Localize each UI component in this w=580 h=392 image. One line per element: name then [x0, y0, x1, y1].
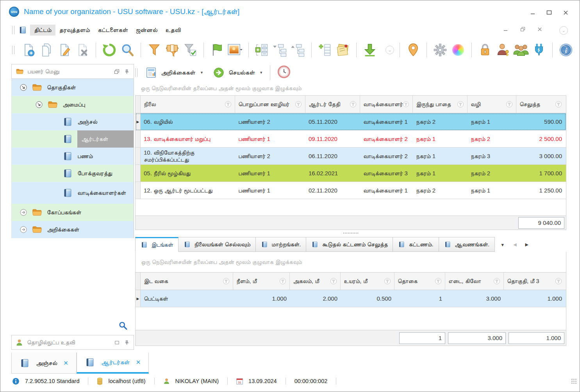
column-header-volume[interactable]: தொகுதி, மீ 3	[504, 273, 565, 290]
mdi-close-button[interactable]	[537, 26, 542, 34]
filter-funnel-icon[interactable]	[384, 278, 391, 285]
order-row[interactable]: 12. ஒரு ஆர்டர் மூடப்பட்டது பணியாளர் 1 02…	[136, 182, 566, 199]
tab-documents[interactable]: ஆவணங்கள்.	[439, 237, 495, 252]
plugin-icon[interactable]	[531, 42, 547, 58]
tree-item-reports[interactable]: அறிக்கைகள்	[12, 221, 134, 238]
refresh-icon[interactable]	[102, 42, 117, 58]
menu-item-program[interactable]: திட்டம்	[30, 25, 55, 36]
column-header-customer[interactable]: வாடிக்கையாளர்	[360, 96, 413, 113]
tab-changes[interactable]: மாற்றங்கள்.	[256, 237, 306, 252]
column-header-status[interactable]: நிலை	[141, 96, 235, 113]
column-header-length[interactable]: நீளம், மீ	[233, 273, 290, 290]
reports-button[interactable]: அறிக்கைகள் ▼	[145, 67, 203, 78]
scheduler-clock-icon[interactable]	[277, 65, 291, 80]
column-header-order-date[interactable]: ஆர்டர் தேதி	[305, 96, 360, 113]
toolbar-overflow-right-icon[interactable]: ⌄	[559, 46, 568, 54]
add-record-icon[interactable]	[21, 42, 36, 58]
order-row[interactable]: 13. வாடிக்கையாளர் மறுப்பு பணியாளர் 1 09.…	[136, 130, 566, 148]
filter-funnel-icon[interactable]	[506, 101, 513, 108]
actions-button[interactable]: செயல்கள் ▼	[213, 67, 263, 78]
expand-node-icon[interactable]	[20, 208, 27, 216]
tab-payment[interactable]: கட்டணம்.	[393, 237, 439, 252]
toolbar-drag-handle[interactable]	[135, 68, 137, 77]
tech-support-panel[interactable]: தொழில்நுட்ப உதவி	[11, 335, 134, 350]
tab-scroll-left-icon[interactable]: ◀	[513, 242, 516, 247]
column-header-pay[interactable]: செலுத்த	[516, 96, 565, 113]
tab-surcharge[interactable]: கூடுதல் கட்டணம் செலுத்த	[306, 237, 393, 252]
menu-item-commands[interactable]: கட்டளைகள்	[94, 25, 132, 36]
tree-expand-icon[interactable]	[290, 42, 306, 58]
menu-item-help[interactable]: உதவி	[161, 25, 185, 36]
filter-funnel-icon[interactable]	[295, 101, 302, 108]
export-icon[interactable]	[362, 42, 378, 58]
tree-item-modules[interactable]: தொகுதிகள்	[12, 79, 134, 96]
tree-search-icon[interactable]	[118, 321, 128, 332]
filter-funnel-icon[interactable]	[555, 278, 562, 285]
filter-icon[interactable]	[146, 42, 162, 58]
close-button[interactable]	[562, 10, 569, 15]
filter-funnel-icon[interactable]	[403, 101, 409, 108]
collapse-node-icon[interactable]	[20, 84, 27, 91]
column-header-place-type[interactable]: இட வகை	[141, 273, 233, 290]
color-scheme-icon[interactable]	[450, 42, 466, 58]
delete-record-icon[interactable]	[75, 42, 90, 58]
filter-apply-icon[interactable]	[182, 42, 198, 58]
add-field-icon[interactable]	[317, 42, 333, 58]
tree-item-money[interactable]: பணம்	[12, 148, 134, 165]
image-icon[interactable]	[227, 42, 243, 58]
tree-collapse-icon[interactable]	[272, 42, 288, 58]
edit-record-icon[interactable]	[57, 42, 72, 58]
close-tab-icon[interactable]: ✕	[136, 359, 141, 366]
pin-panel-icon[interactable]	[124, 340, 130, 346]
tab-stations[interactable]: நிலையங்கள் செல்லவும்	[178, 237, 256, 252]
tree-item-customers[interactable]: வாடிக்கையாளர்கள்	[12, 182, 134, 204]
toolbar-drag-handle[interactable]	[12, 46, 14, 54]
mdi-restore-button[interactable]	[520, 26, 526, 34]
settings-gear-icon[interactable]	[432, 42, 448, 58]
location-icon[interactable]	[405, 42, 421, 58]
order-row[interactable]: 05. நீரில் மூழ்கியது பணியாளர் 1 16.02.20…	[136, 165, 566, 182]
copy-record-icon[interactable]	[39, 42, 54, 58]
toolbar-overflow-icon[interactable]: ⌄	[385, 46, 394, 54]
tree-item-orders[interactable]: ஆர்டர்கள்	[12, 130, 134, 148]
tree-item-directories[interactable]: கோப்பகங்கள்	[12, 204, 134, 221]
minimize-button[interactable]	[530, 10, 536, 15]
column-header-quantity[interactable]: தொகை	[394, 273, 445, 290]
flag-icon[interactable]	[209, 42, 225, 58]
doc-tab-mail[interactable]: அஞ்சல் ✕	[11, 353, 77, 374]
filter-funnel-icon[interactable]	[330, 278, 337, 285]
order-row[interactable]: ▶ 06. வழியில் பணியாளர் 2 05.11.2020 வாடி…	[136, 113, 566, 130]
lock-icon[interactable]	[477, 42, 493, 58]
tree-item-setup[interactable]: அமைப்பு	[12, 96, 134, 113]
filter-funnel-icon[interactable]	[493, 278, 500, 285]
resize-grip[interactable]	[571, 378, 576, 384]
column-header-from-route[interactable]: இருந்து பாதை	[413, 96, 468, 113]
column-header-width[interactable]: அகலம், மீ	[290, 273, 341, 290]
place-row[interactable]: ▶ பெட்டிகள் 1.000 2.000 0.500 1 3.000 1.…	[136, 290, 566, 307]
menubar-overflow-icon[interactable]: ⌄	[559, 26, 568, 35]
grid-splitter[interactable]	[135, 230, 566, 236]
collapse-node-icon[interactable]	[35, 101, 43, 109]
column-header-employee[interactable]: பொறுப்பான ஊழியர்	[235, 96, 305, 113]
column-header-via[interactable]: வழி	[468, 96, 516, 113]
maximize-button[interactable]	[546, 10, 552, 15]
filter-funnel-icon[interactable]	[225, 101, 232, 108]
pin-panel-icon[interactable]	[124, 69, 130, 75]
float-panel-icon[interactable]	[114, 68, 120, 75]
filter-funnel-icon[interactable]	[223, 278, 230, 285]
column-header-height[interactable]: உயரம், மீ	[341, 273, 394, 290]
menu-item-database[interactable]: தரவுத்தளம்	[55, 25, 94, 36]
filter-funnel-icon[interactable]	[555, 101, 562, 108]
list-expand-icon[interactable]	[254, 42, 270, 58]
column-header-weight[interactable]: எடை, கிலோ	[445, 273, 504, 290]
notes-icon[interactable]	[335, 42, 351, 58]
menu-item-window[interactable]: ஜன்னல்	[132, 25, 161, 36]
filter-funnel-icon[interactable]	[435, 278, 442, 285]
expand-node-icon[interactable]	[20, 226, 27, 233]
doc-tab-orders[interactable]: ஆர்டர்கள் ✕	[77, 353, 149, 374]
tab-scroll-right-icon[interactable]: ▶	[525, 242, 528, 247]
float-panel-icon[interactable]	[114, 340, 120, 346]
filter-funnel-icon[interactable]	[457, 101, 464, 108]
mdi-minimize-button[interactable]	[503, 26, 508, 34]
close-tab-icon[interactable]: ✕	[63, 360, 68, 367]
